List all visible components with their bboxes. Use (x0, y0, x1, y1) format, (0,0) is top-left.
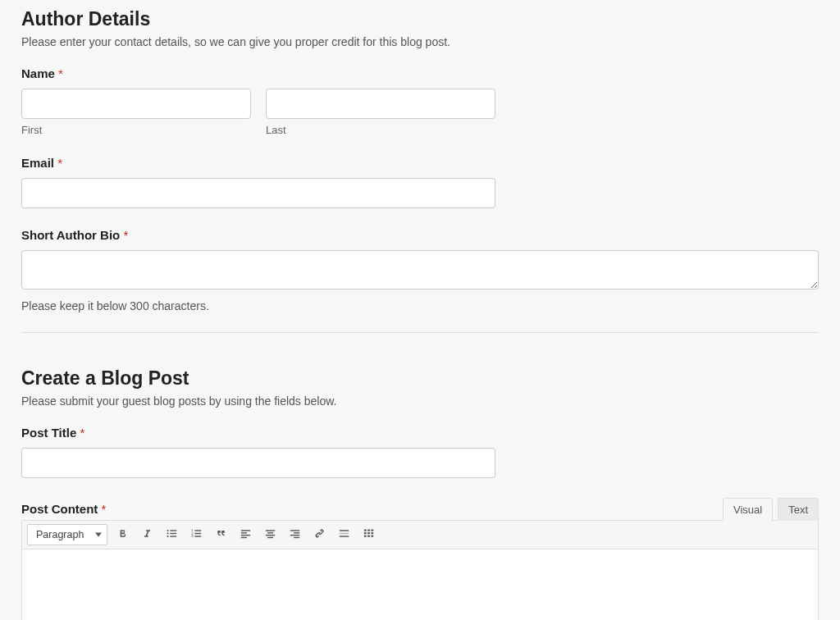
bio-label-text: Short Author Bio (21, 228, 120, 242)
email-required-asterisk: * (57, 156, 62, 170)
bold-icon (116, 527, 130, 544)
bulleted-list-icon (165, 527, 179, 544)
rich-text-editor: Paragraph 123 (21, 520, 819, 620)
read-more-icon (337, 527, 351, 544)
blockquote-button[interactable] (211, 525, 231, 545)
last-name-input[interactable] (266, 89, 495, 119)
format-select[interactable]: Paragraph (27, 524, 107, 545)
svg-point-1 (167, 532, 168, 534)
align-right-icon (288, 527, 302, 544)
bio-helper-text: Please keep it below 300 characters. (21, 299, 819, 312)
editor-tab-visual[interactable]: Visual (723, 498, 773, 521)
align-center-button[interactable] (260, 525, 280, 545)
link-icon (313, 527, 326, 544)
editor-content-area[interactable] (22, 549, 818, 620)
numbered-list-button[interactable]: 123 (186, 525, 206, 545)
post-title-input[interactable] (21, 448, 495, 478)
bulleted-list-button[interactable] (162, 525, 181, 545)
post-content-label-text: Post Content (21, 502, 98, 516)
bold-button[interactable] (112, 525, 132, 545)
svg-rect-21 (294, 532, 299, 533)
svg-rect-24 (339, 530, 348, 531)
align-left-button[interactable] (235, 525, 255, 545)
post-content-required-asterisk: * (102, 502, 107, 516)
svg-rect-4 (170, 532, 176, 533)
first-name-input[interactable] (21, 89, 251, 119)
name-label: Name * (21, 66, 819, 80)
svg-rect-19 (267, 536, 272, 537)
svg-text:3: 3 (191, 534, 194, 538)
post-title-field-block: Post Title * (21, 426, 819, 478)
link-button[interactable] (309, 525, 329, 545)
name-label-text: Name (21, 66, 55, 80)
editor-tab-text[interactable]: Text (778, 498, 819, 521)
svg-rect-10 (194, 532, 201, 533)
svg-rect-5 (170, 536, 176, 536)
svg-rect-27 (363, 529, 366, 531)
email-input[interactable] (21, 178, 495, 208)
svg-rect-35 (371, 535, 373, 536)
svg-rect-18 (265, 534, 274, 535)
section-divider (21, 332, 819, 333)
bio-label: Short Author Bio * (21, 228, 819, 242)
svg-rect-25 (339, 532, 348, 533)
svg-rect-32 (371, 532, 373, 534)
italic-icon (140, 527, 154, 544)
svg-rect-15 (240, 536, 246, 537)
read-more-button[interactable] (334, 525, 354, 545)
name-field-block: Name * First Last (21, 66, 819, 136)
svg-rect-20 (290, 530, 299, 531)
post-title-label: Post Title * (21, 426, 819, 440)
svg-rect-11 (194, 536, 201, 536)
author-details-description: Please enter your contact details, so we… (21, 35, 819, 48)
svg-rect-34 (368, 535, 370, 536)
svg-rect-3 (170, 530, 176, 531)
svg-rect-22 (290, 534, 299, 535)
name-required-asterisk: * (58, 66, 63, 80)
bio-textarea[interactable] (21, 250, 819, 289)
author-details-heading: Author Details (21, 8, 819, 30)
email-label-text: Email (21, 156, 54, 170)
post-content-field-block: Post Content * Visual Text Paragraph (21, 498, 819, 620)
svg-rect-29 (371, 529, 373, 531)
caret-down-icon (95, 533, 102, 537)
last-name-sublabel: Last (266, 124, 495, 136)
svg-point-2 (167, 535, 168, 536)
italic-button[interactable] (137, 525, 157, 545)
email-field-block: Email * (21, 156, 819, 208)
toolbar-toggle-icon (362, 527, 376, 544)
svg-rect-26 (339, 536, 348, 536)
post-title-label-text: Post Title (21, 426, 76, 440)
blockquote-icon (214, 527, 228, 544)
format-select-value: Paragraph (36, 529, 84, 540)
svg-rect-33 (363, 535, 366, 536)
bio-field-block: Short Author Bio * Please keep it below … (21, 228, 819, 312)
svg-rect-28 (368, 529, 370, 531)
create-post-heading: Create a Blog Post (21, 367, 819, 390)
svg-rect-9 (194, 530, 201, 531)
svg-rect-23 (294, 536, 299, 537)
svg-rect-30 (363, 532, 366, 534)
bio-required-asterisk: * (123, 228, 128, 242)
toolbar-toggle-button[interactable] (358, 525, 378, 545)
email-label: Email * (21, 156, 819, 170)
svg-rect-16 (265, 530, 274, 531)
svg-rect-31 (368, 532, 370, 534)
align-left-icon (239, 527, 253, 544)
svg-rect-13 (240, 532, 246, 533)
align-right-button[interactable] (285, 525, 304, 545)
align-center-icon (263, 527, 277, 544)
first-name-sublabel: First (21, 124, 251, 136)
create-post-description: Please submit your guest blog posts by u… (21, 394, 819, 408)
numbered-list-icon: 123 (189, 527, 203, 544)
editor-toolbar: Paragraph 123 (22, 521, 818, 549)
svg-rect-17 (267, 532, 272, 533)
post-title-required-asterisk: * (80, 426, 84, 440)
svg-rect-14 (240, 534, 249, 535)
svg-point-0 (167, 529, 168, 531)
svg-rect-12 (240, 530, 249, 531)
post-content-label: Post Content * (21, 502, 106, 516)
